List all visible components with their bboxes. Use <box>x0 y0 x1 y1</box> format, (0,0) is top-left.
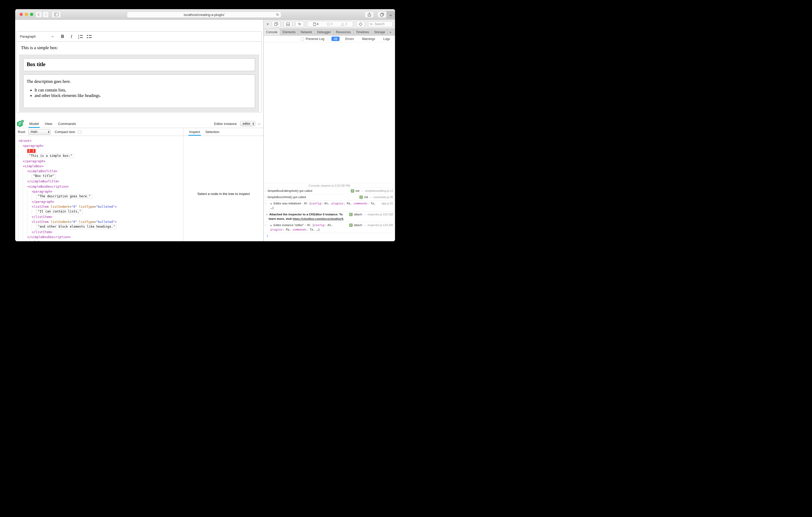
minimize-window-button[interactable] <box>25 13 28 16</box>
model-tree-line[interactable]: </paragraph> <box>18 159 183 164</box>
forward-button[interactable] <box>42 11 49 18</box>
compact-text-checkbox[interactable] <box>78 130 81 133</box>
console-filter-warnings[interactable]: Warnings <box>360 37 377 41</box>
italic-button[interactable]: I <box>68 33 75 40</box>
simple-box-widget[interactable]: Box title The description goes here. It … <box>19 55 259 112</box>
dock-bottom-button[interactable] <box>284 21 292 27</box>
simple-box-description[interactable]: The description goes here. It can contai… <box>23 74 255 108</box>
root-select[interactable]: main <box>28 129 51 134</box>
tree-indent-guide <box>23 200 27 204</box>
resource-summary-button[interactable]: 4 0 <box>307 21 353 27</box>
devtools-tab-network[interactable]: Network <box>298 29 315 35</box>
preserve-log-toggle[interactable]: Preserve Log <box>301 37 324 41</box>
devtools-tab-console[interactable]: Console <box>264 29 280 35</box>
model-tree-line[interactable]: "This is a simple box:" <box>18 154 183 159</box>
model-tree-line[interactable]: </simpleBoxDescription> <box>18 235 183 240</box>
tree-text-node[interactable]: "It can contain lists," <box>36 209 83 214</box>
console-message-row[interactable]: app.js:31▶Editor was initialized – Hl {c… <box>264 200 395 211</box>
model-tree-line[interactable]: <listItem listIndent="0" listType="bulle… <box>18 204 183 209</box>
console-filter-errors[interactable]: Errors <box>343 37 356 41</box>
model-tree-line[interactable]: <simpleBoxDescription> <box>18 184 183 189</box>
inspector-tab-model[interactable]: Model <box>26 119 42 128</box>
console-input-row[interactable] <box>264 233 395 239</box>
model-tree-line[interactable]: <simpleBoxTitle> <box>18 169 183 174</box>
tree-indent-guide <box>27 230 32 235</box>
editor-instance-select[interactable]: editor <box>240 121 255 126</box>
devtools-tab-timelines[interactable]: Timelines <box>353 29 372 35</box>
simple-box-title[interactable]: Box title <box>23 58 255 71</box>
model-tree-line[interactable]: "The description goes here." <box>18 194 183 199</box>
devtools-tab-elements[interactable]: Elements <box>280 29 298 35</box>
model-tree-line[interactable]: "Box title" <box>18 174 183 179</box>
model-tree-line[interactable]: <paragraph> <box>18 144 183 149</box>
model-tree-line[interactable]: <listItem listIndent="0" listType="bulle… <box>18 219 183 224</box>
tab-overflow-button[interactable]: » <box>388 29 394 35</box>
inspector-tab-view[interactable]: View <box>42 119 55 128</box>
inspector-search-field[interactable] <box>368 21 393 27</box>
preserve-log-checkbox[interactable] <box>301 37 304 40</box>
devtools-tab-debugger[interactable]: Debugger <box>315 29 334 35</box>
new-tab-button[interactable]: + <box>386 11 395 20</box>
dock-side-button[interactable] <box>272 21 281 27</box>
numbered-list-button[interactable]: 1 2 <box>77 33 84 40</box>
heading-dropdown[interactable]: Paragraph <box>20 34 53 38</box>
source-location-link[interactable]: inspector.js:133:326 <box>368 223 393 227</box>
inspect-tab-selection[interactable]: Selection <box>203 128 222 136</box>
bold-button[interactable]: B <box>59 33 66 40</box>
model-tree-line[interactable]: </simpleBox> <box>18 240 183 241</box>
tree-text-node[interactable]: "This is a simple box:" <box>27 154 74 158</box>
source-location-link[interactable]: simpleboxediting.js:12 <box>365 189 393 193</box>
element-picker-button[interactable] <box>356 21 365 27</box>
console-message-row[interactable]: fattach—inspector.js:133:182▼Attached th… <box>264 211 395 222</box>
model-tree-line[interactable]: </paragraph> <box>18 200 183 204</box>
tab-overview-button[interactable] <box>377 11 387 18</box>
model-tree-line[interactable]: <paragraph> <box>18 189 183 194</box>
source-location-link[interactable]: app.js:31 <box>381 201 393 206</box>
console-filter-logs[interactable]: Logs <box>381 37 393 41</box>
reload-page-button[interactable]: ↻ <box>295 21 304 27</box>
separator: — <box>364 212 366 216</box>
close-window-button[interactable] <box>20 13 23 16</box>
tree-text-node[interactable]: "The description goes here." <box>36 194 92 199</box>
tree-text-node[interactable]: "Box title" <box>32 174 55 179</box>
editor-content[interactable]: This is a simple box: Box title The desc… <box>17 41 262 112</box>
console-filter-all[interactable]: All <box>331 37 340 41</box>
intro-paragraph[interactable]: This is a simple box: <box>21 45 257 51</box>
zoom-window-button[interactable] <box>30 13 33 16</box>
console-message-row[interactable]: fattach—inspector.js:133:326▶Editor inst… <box>264 222 395 233</box>
console-message-row[interactable]: finit—essentials.js:35SimpleBoxUI#init()… <box>264 194 395 200</box>
tree-text-node[interactable]: "and other block elements like headings.… <box>36 224 117 229</box>
tree-indent-guide <box>18 225 23 230</box>
model-tree-line[interactable]: "It can contain lists," <box>18 209 183 214</box>
element-picker-icon <box>359 22 362 26</box>
model-tree-line[interactable]: </simpleBoxTitle> <box>18 179 183 184</box>
model-tree-line[interactable]: <$root> <box>18 139 183 144</box>
console-message-meta: finit—essentials.js:35 <box>359 195 393 199</box>
add-tab-button[interactable]: + <box>394 29 395 35</box>
sidebar-toggle-button[interactable] <box>52 11 61 18</box>
disclosure-closed-icon[interactable]: ▶ <box>270 202 272 205</box>
search-input[interactable] <box>374 22 391 26</box>
model-tree-line[interactable]: "and other block elements like headings.… <box>18 225 183 230</box>
close-inspector-button[interactable]: ✕ <box>265 22 270 26</box>
console-message-row[interactable]: finit—simpleboxediting.js:12SimpleBoxEdi… <box>264 188 395 194</box>
collapse-inspector-chevron-icon[interactable] <box>257 122 261 125</box>
url-bar[interactable]: localhost/creating-a-plugin/ ↻ <box>127 11 281 18</box>
source-location-link[interactable]: essentials.js:35 <box>374 195 393 199</box>
disclosure-closed-icon[interactable]: ▶ <box>270 224 272 226</box>
model-tree-line[interactable]: </listItem> <box>18 230 183 235</box>
inspector-tab-commands[interactable]: Commands <box>55 119 79 128</box>
bulleted-list-button[interactable] <box>86 33 93 40</box>
devtools-tab-resources[interactable]: Resources <box>334 29 353 35</box>
model-tree-line[interactable]: <simpleBox> <box>18 164 183 169</box>
model-tree-line[interactable]: [ ] <box>18 149 183 154</box>
back-button[interactable] <box>36 11 42 18</box>
model-tree-line[interactable]: </listItem> <box>18 215 183 219</box>
reload-icon[interactable]: ↻ <box>276 12 279 17</box>
devtools-tab-storage[interactable]: Storage <box>372 29 388 35</box>
console-link[interactable]: https://ckeditor.com/docs/ckeditor5 <box>292 217 343 220</box>
disclosure-open-icon[interactable]: ▼ <box>266 213 268 216</box>
inspect-tab-inspect[interactable]: Inspect <box>186 128 203 136</box>
share-button[interactable] <box>365 11 374 18</box>
source-location-link[interactable]: inspector.js:133:182 <box>368 212 393 216</box>
